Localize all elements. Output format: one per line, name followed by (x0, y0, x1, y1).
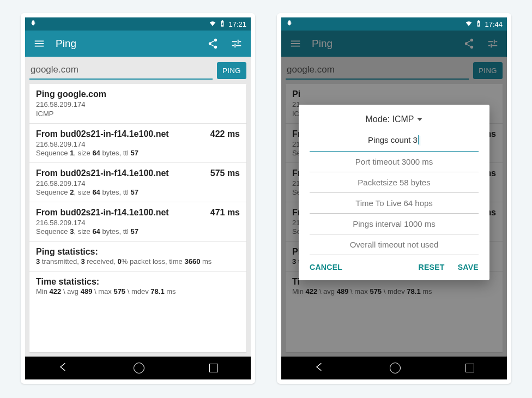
app-title: Ping (56, 38, 196, 50)
home-icon[interactable] (390, 363, 401, 373)
screen: 17:44 Ping PING Pi21IC Frms21Se Frms21Se… (281, 17, 507, 379)
ping-button[interactable]: PING (217, 62, 246, 79)
share-icon[interactable] (205, 36, 220, 51)
debug-icon (29, 20, 37, 29)
phone-right: 17:44 Ping PING Pi21IC Frms21Se Frms21Se… (277, 13, 511, 384)
host-input[interactable] (29, 61, 213, 80)
reply-row: From bud02s21-in-f14.1e100.net 422 ms 21… (29, 124, 246, 163)
app-bar: Ping (25, 31, 251, 57)
android-navbar (281, 357, 507, 379)
tune-icon[interactable] (229, 36, 244, 51)
overall-timeout-field[interactable]: Overall timeout not used (310, 234, 479, 255)
reply-row: From bud02s21-in-f14.1e100.net 575 ms 21… (29, 163, 246, 202)
status-bar: 17:44 (281, 17, 507, 31)
header-title: Ping google.com (36, 89, 240, 99)
packetsize-field[interactable]: Packetsize 58 bytes (310, 172, 479, 193)
search-row: PING (25, 57, 251, 84)
settings-dialog: Mode: ICMP Pings count 3 Port timeout 30… (299, 105, 489, 280)
latency-value: 471 ms (210, 208, 240, 218)
phone-left: 17:21 Ping PING Ping google.com 216.58.2… (21, 13, 255, 384)
wifi-icon (209, 20, 216, 29)
home-icon[interactable] (134, 363, 144, 373)
reply-row: From bud02s21-in-f14.1e100.net 471 ms 21… (29, 202, 246, 242)
screen: 17:21 Ping PING Ping google.com 216.58.2… (25, 17, 251, 379)
header-proto: ICMP (36, 110, 240, 118)
debug-icon (286, 20, 293, 29)
ping-stats: Ping statistics: 3 transmitted, 3 receiv… (29, 242, 246, 272)
menu-icon[interactable] (32, 36, 47, 51)
status-time: 17:21 (228, 20, 246, 28)
recents-icon[interactable] (209, 364, 218, 372)
reset-button[interactable]: RESET (419, 263, 445, 272)
save-button[interactable]: SAVE (458, 263, 479, 272)
latency-value: 422 ms (210, 129, 240, 139)
wifi-icon (465, 20, 473, 29)
recents-icon[interactable] (466, 364, 474, 372)
pings-count-field[interactable]: Pings count 3 (310, 130, 479, 152)
chevron-down-icon (417, 117, 422, 122)
port-timeout-field[interactable]: Port timeout 3000 ms (310, 152, 479, 172)
cancel-button[interactable]: CANCEL (310, 263, 342, 272)
results-list[interactable]: Ping google.com 216.58.209.174 ICMP From… (29, 84, 246, 352)
battery-icon (219, 20, 226, 29)
battery-icon (475, 20, 482, 29)
status-bar: 17:21 (25, 17, 251, 31)
back-icon[interactable] (58, 361, 69, 375)
result-header: Ping google.com 216.58.209.174 ICMP (29, 84, 246, 124)
android-navbar (25, 357, 251, 379)
latency-value: 575 ms (210, 168, 240, 178)
status-time: 17:44 (485, 20, 503, 28)
ttl-field[interactable]: Time To Live 64 hops (310, 193, 479, 214)
back-icon[interactable] (314, 361, 325, 375)
time-stats: Time statistics: Min 422 \ avg 489 \ max… (29, 272, 246, 301)
mode-dropdown[interactable]: Mode: ICMP (310, 114, 479, 124)
dialog-actions: CANCEL RESET SAVE (310, 255, 479, 275)
header-ip: 216.58.209.174 (36, 100, 240, 108)
interval-field[interactable]: Pings interval 1000 ms (310, 214, 479, 234)
